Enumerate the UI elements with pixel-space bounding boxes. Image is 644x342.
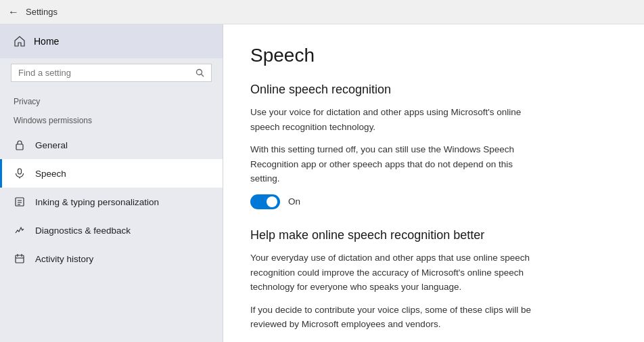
general-label: General (35, 140, 68, 150)
page-title: Speech (250, 45, 617, 66)
title-bar: ← Settings (0, 0, 644, 24)
sidebar-item-speech[interactable]: Speech (0, 159, 223, 188)
section1-title: Online speech recognition (250, 83, 617, 97)
activity-icon (14, 253, 26, 265)
activity-label: Activity history (35, 254, 93, 264)
section1-text1: Use your voice for dictation and other a… (250, 105, 541, 134)
section2-text1: Your everyday use of dictation and other… (250, 251, 541, 295)
title-bar-title: Settings (26, 7, 58, 17)
toggle-thumb (267, 196, 277, 207)
microphone-icon (14, 167, 26, 179)
app-container: Home Privacy Windows permissions (0, 24, 644, 342)
sidebar-item-general[interactable]: General (0, 131, 223, 159)
sidebar: Home Privacy Windows permissions (0, 24, 223, 342)
diagnostics-label: Diagnostics & feedback (35, 226, 131, 236)
back-button[interactable]: ← (8, 6, 19, 18)
diagnostics-icon (14, 224, 26, 236)
home-icon (14, 35, 26, 47)
speech-toggle[interactable] (250, 194, 280, 209)
search-input[interactable] (18, 68, 190, 78)
privacy-label: Privacy (0, 93, 223, 112)
sidebar-item-home[interactable]: Home (0, 24, 223, 58)
windows-permissions-label: Windows permissions (0, 112, 223, 131)
search-icon (196, 68, 204, 77)
speech-label: Speech (35, 169, 66, 179)
section2-text2: If you decide to contribute your voice c… (250, 303, 541, 332)
sidebar-item-activity[interactable]: Activity history (0, 244, 223, 273)
svg-rect-2 (16, 144, 23, 150)
inking-icon (14, 196, 26, 208)
svg-rect-9 (16, 255, 24, 263)
svg-point-0 (197, 70, 202, 75)
toggle-row: On (250, 194, 617, 209)
search-box[interactable] (11, 64, 212, 82)
svg-rect-3 (18, 169, 22, 174)
section2-title: Help make online speech recognition bett… (250, 228, 617, 242)
lock-icon (14, 139, 26, 151)
svg-line-1 (202, 74, 204, 77)
toggle-label: On (288, 196, 300, 207)
sidebar-item-inking[interactable]: Inking & typing personalization (0, 188, 223, 216)
content-area: Speech Online speech recognition Use you… (223, 24, 644, 342)
inking-label: Inking & typing personalization (35, 197, 159, 207)
section1-text2: With this setting turned off, you can st… (250, 142, 541, 186)
toggle-track (250, 194, 280, 209)
sidebar-item-diagnostics[interactable]: Diagnostics & feedback (0, 216, 223, 244)
home-label: Home (34, 36, 59, 47)
